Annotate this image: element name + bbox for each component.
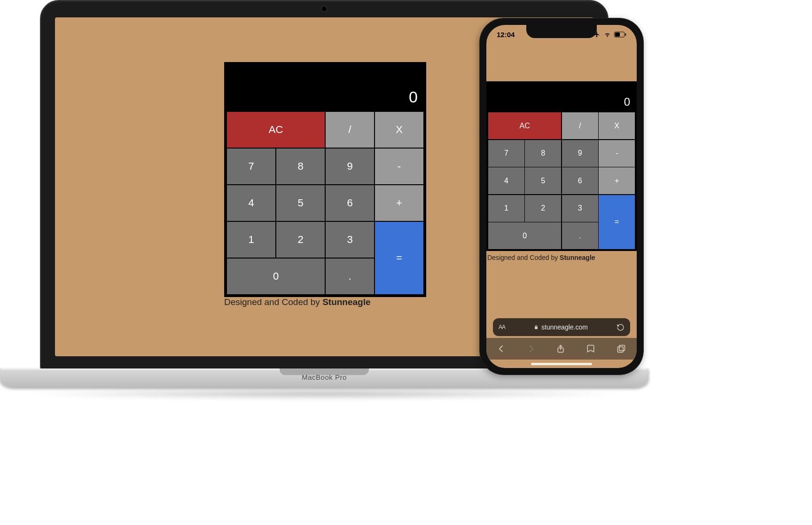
digit-2-button-mobile[interactable]: 2 — [525, 195, 561, 222]
safari-address-bar[interactable]: AA stunneagle.com — [493, 318, 630, 336]
laptop-model-label: MacBook Pro — [302, 373, 347, 381]
digit-9-button-mobile[interactable]: 9 — [562, 140, 598, 167]
back-icon[interactable] — [497, 344, 506, 353]
multiply-button[interactable]: X — [375, 112, 423, 148]
calculator-keypad-mobile: AC / X 7 8 9 - 4 5 6 + 1 2 3 = 0 . — [488, 112, 635, 249]
laptop-camera — [322, 7, 327, 11]
digit-2-button[interactable]: 2 — [276, 222, 325, 258]
battery-icon — [614, 31, 626, 38]
equals-button-mobile[interactable]: = — [599, 195, 635, 250]
digit-5-button[interactable]: 5 — [276, 185, 325, 221]
svg-rect-5 — [618, 347, 624, 353]
reload-icon[interactable] — [617, 323, 625, 331]
equals-button[interactable]: = — [375, 222, 423, 294]
credit-line-mobile: Designed and Coded by Stunneagle — [486, 251, 637, 261]
plus-button[interactable]: + — [375, 185, 423, 221]
forward-icon[interactable] — [526, 344, 536, 353]
digit-0-button[interactable]: 0 — [227, 259, 325, 294]
phone-screen: 12:04 0 AC / X 7 8 9 - 4 5 — [486, 25, 637, 368]
svg-rect-1 — [615, 32, 620, 36]
home-indicator[interactable] — [531, 363, 592, 365]
decimal-button-mobile[interactable]: . — [562, 222, 598, 249]
wifi-icon — [603, 31, 611, 38]
divide-button-mobile[interactable]: / — [562, 112, 598, 139]
calculator-keypad: AC / X 7 8 9 - 4 5 6 + 1 2 3 = 0 . — [227, 112, 423, 294]
credit-author: Stunneagle — [322, 297, 370, 307]
tabs-icon[interactable] — [616, 344, 626, 353]
status-time: 12:04 — [497, 31, 515, 39]
digit-7-button[interactable]: 7 — [227, 149, 275, 184]
ac-button[interactable]: AC — [227, 112, 325, 148]
digit-3-button-mobile[interactable]: 3 — [562, 195, 598, 222]
digit-4-button-mobile[interactable]: 4 — [488, 167, 524, 194]
credit-line: Designed and Coded by Stunneagle — [224, 297, 371, 307]
minus-button-mobile[interactable]: - — [599, 140, 635, 167]
ac-button-mobile[interactable]: AC — [488, 112, 561, 139]
phone-page: 0 AC / X 7 8 9 - 4 5 6 + 1 2 3 = — [486, 81, 637, 261]
credit-text: Designed and Coded by — [224, 297, 322, 307]
digit-7-button-mobile[interactable]: 7 — [488, 140, 524, 167]
phone-notch — [526, 25, 597, 38]
phone-frame: 12:04 0 AC / X 7 8 9 - 4 5 — [479, 18, 644, 375]
lock-icon — [534, 324, 539, 330]
bookmarks-icon[interactable] — [586, 344, 596, 353]
decimal-button[interactable]: . — [326, 259, 374, 294]
digit-8-button[interactable]: 8 — [276, 149, 325, 184]
calculator-display: 0 — [227, 65, 423, 112]
minus-button[interactable]: - — [375, 149, 423, 184]
text-size-icon[interactable]: AA — [499, 324, 505, 330]
digit-5-button-mobile[interactable]: 5 — [525, 167, 561, 194]
credit-author-mobile: Stunneagle — [560, 254, 595, 261]
credit-text-mobile: Designed and Coded by — [487, 254, 560, 261]
svg-rect-4 — [619, 345, 625, 351]
share-icon[interactable] — [556, 344, 565, 354]
svg-rect-2 — [625, 33, 626, 36]
calculator-display-mobile: 0 — [488, 83, 635, 112]
safari-toolbar — [486, 338, 637, 360]
digit-1-button[interactable]: 1 — [227, 222, 275, 258]
digit-4-button[interactable]: 4 — [227, 185, 275, 221]
digit-1-button-mobile[interactable]: 1 — [488, 195, 524, 222]
digit-3-button[interactable]: 3 — [326, 222, 374, 258]
digit-6-button-mobile[interactable]: 6 — [562, 167, 598, 194]
digit-9-button[interactable]: 9 — [326, 149, 374, 184]
safari-domain: stunneagle.com — [541, 323, 588, 331]
calculator-app-mobile: 0 AC / X 7 8 9 - 4 5 6 + 1 2 3 = — [486, 81, 637, 251]
digit-8-button-mobile[interactable]: 8 — [525, 140, 561, 167]
plus-button-mobile[interactable]: + — [599, 167, 635, 194]
divide-button[interactable]: / — [326, 112, 374, 148]
multiply-button-mobile[interactable]: X — [599, 112, 635, 139]
digit-0-button-mobile[interactable]: 0 — [488, 222, 561, 249]
digit-6-button[interactable]: 6 — [326, 185, 374, 221]
calculator-app: 0 AC / X 7 8 9 - 4 5 6 + 1 2 3 = 0 . — [224, 62, 426, 297]
laptop-shadow — [19, 388, 630, 400]
